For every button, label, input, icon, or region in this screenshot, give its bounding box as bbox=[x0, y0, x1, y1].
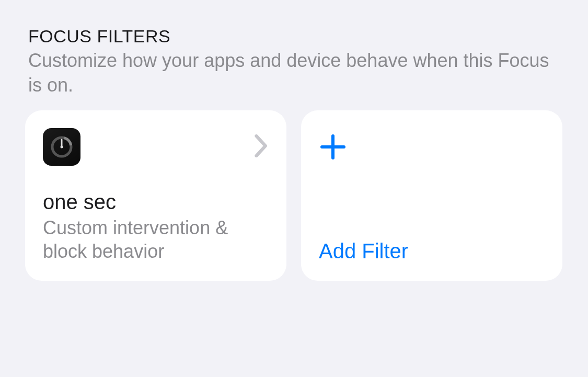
chevron-right-icon bbox=[254, 134, 269, 159]
plus-icon bbox=[319, 128, 347, 166]
section-title: FOCUS FILTERS bbox=[28, 26, 560, 47]
filter-subtitle: Custom intervention & block behavior bbox=[43, 216, 269, 263]
section-description: Customize how your apps and device behav… bbox=[28, 49, 560, 98]
card-bottom: Add Filter bbox=[319, 239, 545, 263]
cards-container: one sec Custom intervention & block beha… bbox=[25, 110, 563, 281]
card-top bbox=[319, 128, 545, 166]
card-top bbox=[43, 128, 269, 166]
svg-point-3 bbox=[61, 145, 63, 148]
filter-app-name: one sec bbox=[43, 190, 269, 214]
section-header: FOCUS FILTERS Customize how your apps an… bbox=[25, 26, 563, 98]
add-filter-card[interactable]: Add Filter bbox=[301, 110, 562, 281]
card-bottom: one sec Custom intervention & block beha… bbox=[43, 190, 269, 263]
one-sec-app-icon bbox=[43, 128, 80, 166]
filter-card-one-sec[interactable]: one sec Custom intervention & block beha… bbox=[25, 110, 286, 281]
add-filter-label: Add Filter bbox=[319, 239, 545, 263]
